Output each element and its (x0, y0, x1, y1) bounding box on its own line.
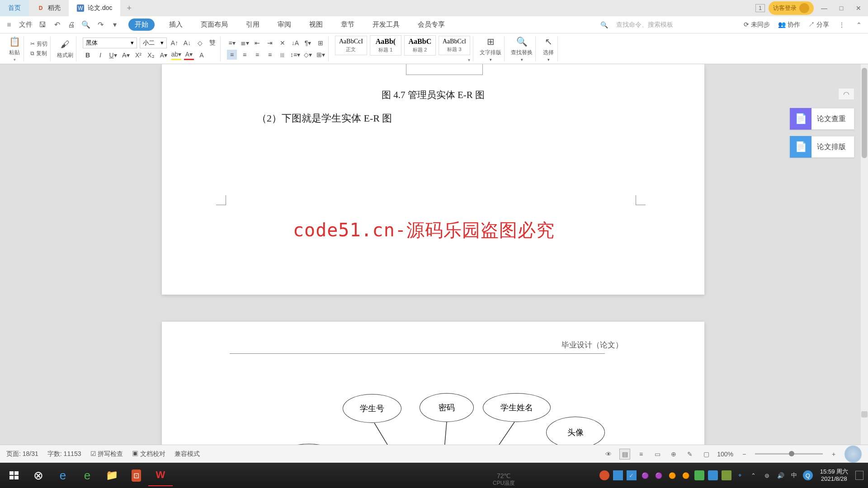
text-effect-button[interactable]: A▾ (159, 50, 169, 60)
style-正文[interactable]: AaBbCcI正文 (335, 36, 367, 55)
subscript-button[interactable]: X₂ (146, 50, 156, 60)
taskbar-ie[interactable]: e (51, 465, 75, 486)
outline-view-icon[interactable]: ≡ (636, 449, 646, 460)
read-view-icon[interactable]: ▭ (652, 449, 663, 460)
notifications-icon[interactable] (855, 471, 863, 480)
dropdown-icon[interactable]: ▾ (110, 20, 119, 29)
undo-icon[interactable]: ↶ (52, 20, 61, 29)
collapse-panel-button[interactable]: ◠ (838, 88, 854, 100)
preview-icon[interactable]: 🔍 (81, 20, 90, 29)
style-标题 1[interactable]: AaBb(标题 1 (370, 35, 401, 56)
close-button[interactable]: ✕ (852, 1, 865, 15)
taskbar-wps[interactable]: W (148, 465, 173, 486)
paper-check-button[interactable]: 📄 论文查重 (789, 108, 854, 130)
volume-icon[interactable]: 🔊 (776, 470, 786, 480)
align-left-button[interactable]: ≡ (227, 50, 237, 60)
find-replace-button[interactable]: 🔍查找替换▾ (511, 35, 533, 62)
save-icon[interactable]: 🖫 (38, 20, 47, 29)
zoom-level[interactable]: 100% (717, 450, 733, 458)
more-icon[interactable]: ⋮ (837, 20, 846, 29)
tray-icon[interactable] (722, 470, 731, 480)
taskbar-app-orange[interactable]: ⊡ (124, 465, 148, 486)
tray-chevron-icon[interactable]: ⌃ (749, 470, 759, 480)
new-tab-button[interactable]: + (120, 4, 138, 13)
maximize-button[interactable]: □ (835, 1, 848, 15)
eye-icon[interactable]: 👁 (603, 449, 614, 460)
paste-button[interactable]: 📋粘贴▾ (8, 35, 21, 62)
zoom-slider[interactable] (755, 453, 823, 455)
sync-status[interactable]: ⟳ 未同步 (744, 21, 770, 29)
tab-home[interactable]: 首页 (0, 0, 29, 16)
tray-icon[interactable] (613, 470, 623, 480)
zoom-out-button[interactable]: − (739, 449, 750, 460)
text-layout-button[interactable]: ⊞文字排版▾ (480, 35, 501, 62)
share-button[interactable]: ↗ 分享 (808, 21, 829, 29)
increase-indent-button[interactable]: ⇥ (265, 38, 275, 48)
font-family-select[interactable]: 黑体▾ (83, 38, 137, 48)
menu-tab-member[interactable]: 会员专享 (414, 19, 448, 31)
collapse-ribbon-icon[interactable]: ⌃ (854, 20, 863, 29)
menu-tab-start[interactable]: 开始 (128, 19, 155, 31)
increase-font-icon[interactable]: A↑ (170, 38, 179, 48)
style-标题 2[interactable]: AaBbC标题 2 (404, 35, 436, 56)
asian-layout-button[interactable]: ✕ (278, 38, 288, 48)
zoom-in-button[interactable]: + (828, 449, 839, 460)
ime-indicator[interactable]: 中 (789, 470, 799, 480)
window-count[interactable]: 1 (755, 4, 765, 12)
font-color-button[interactable]: A▾ (184, 50, 194, 60)
taskbar-explorer[interactable]: 📁 (99, 465, 124, 486)
fit-icon[interactable]: ▢ (701, 449, 712, 460)
document-area[interactable]: 图 4.7 管理员实体 E-R 图 （2）下图就是学生实体 E-R 图 code… (0, 64, 861, 445)
assistant-avatar[interactable] (844, 446, 862, 463)
tray-icon[interactable]: 🟣 (654, 470, 664, 480)
page-indicator[interactable]: 页面: 18/31 (6, 450, 38, 458)
font-size-select[interactable]: 小二▾ (140, 38, 167, 48)
menu-tab-layout[interactable]: 页面布局 (197, 19, 231, 31)
tray-icon[interactable] (694, 470, 704, 480)
line-spacing-button[interactable]: ↕≡▾ (290, 50, 300, 60)
web-view-icon[interactable]: ⊕ (668, 449, 679, 460)
scrollbar-marker[interactable] (861, 411, 868, 418)
spell-check-button[interactable]: ☑ 拼写检查 (90, 450, 123, 458)
bullets-button[interactable]: ≡▾ (227, 38, 237, 48)
shading-button[interactable]: ◇▾ (303, 50, 313, 60)
styles-more-icon[interactable]: ▾ (468, 57, 470, 62)
decrease-font-icon[interactable]: A↓ (182, 38, 192, 48)
phonetic-icon[interactable]: 雙 (208, 38, 217, 48)
menu-tab-chapter[interactable]: 章节 (337, 19, 358, 31)
numbering-button[interactable]: ≣▾ (240, 38, 250, 48)
sort-button[interactable]: ↓A (290, 38, 300, 48)
tray-icon[interactable]: 🟣 (640, 470, 650, 480)
bold-button[interactable]: B (83, 50, 93, 60)
select-button[interactable]: ↖选择▾ (542, 35, 555, 62)
menu-tab-reference[interactable]: 引用 (242, 19, 263, 31)
italic-button[interactable]: I (95, 50, 105, 60)
copy-button[interactable]: ⧉ 复制 (30, 50, 47, 57)
page-view-icon[interactable]: ▤ (619, 449, 630, 460)
tray-icon[interactable] (708, 470, 718, 480)
wifi-icon[interactable]: ⊚ (762, 470, 772, 480)
collab-button[interactable]: 👥 协作 (778, 21, 800, 29)
align-center-button[interactable]: ≡ (240, 50, 250, 60)
tray-icon[interactable]: 🟠 (681, 470, 691, 480)
bluetooth-icon[interactable]: ⌖ (735, 470, 745, 480)
tab-button[interactable]: ⊞ (316, 38, 326, 48)
menu-tab-review[interactable]: 审阅 (274, 19, 295, 31)
minimize-button[interactable]: — (817, 1, 831, 15)
taskbar-edge[interactable]: e (75, 465, 99, 486)
menu-icon[interactable]: ≡ (5, 20, 14, 29)
cpu-temp-widget[interactable]: 72℃ CPU温度 (493, 472, 515, 487)
tray-icon[interactable]: ✓ (627, 470, 637, 480)
underline-button[interactable]: U▾ (108, 50, 118, 60)
search-command-input[interactable]: 查找命令、搜索模板 (616, 21, 673, 29)
tab-daoke[interactable]: D稻壳 (29, 0, 69, 16)
word-count[interactable]: 字数: 11153 (47, 450, 81, 458)
distribute-button[interactable]: ⫼ (278, 50, 288, 60)
tray-icon[interactable] (599, 470, 609, 480)
menu-tab-insert[interactable]: 插入 (165, 19, 186, 31)
start-button[interactable] (2, 465, 26, 486)
style-标题 3[interactable]: AaBbCcl标题 3 (439, 36, 470, 55)
align-right-button[interactable]: ≡ (252, 50, 262, 60)
zoom-slider-thumb[interactable] (789, 451, 794, 456)
highlight-button[interactable]: ab▾ (171, 50, 181, 60)
